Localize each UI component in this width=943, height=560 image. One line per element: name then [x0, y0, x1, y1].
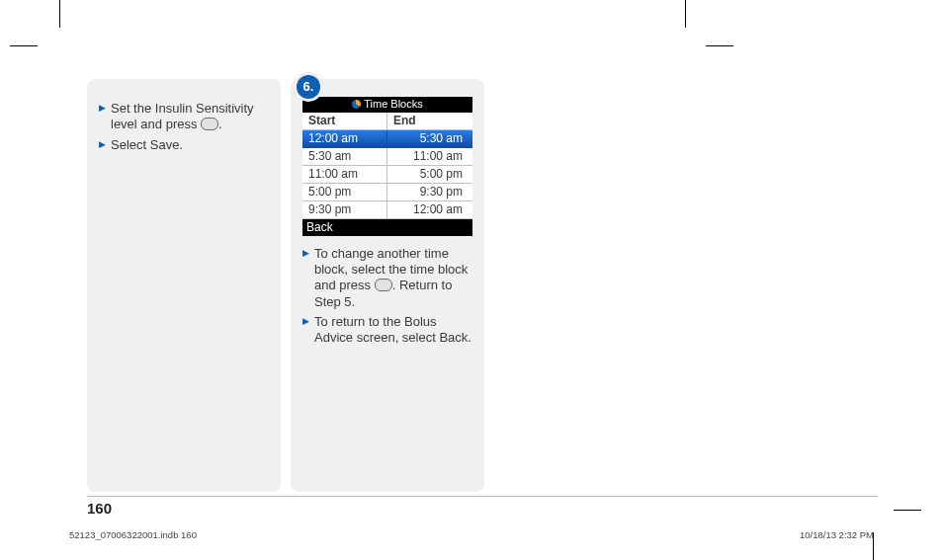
- header-start: Start: [302, 113, 387, 129]
- pie-icon: [352, 100, 361, 109]
- device-cell-start: 11:00 am: [302, 166, 387, 183]
- crop-mark: [706, 45, 733, 46]
- device-cell-end: 11:00 am: [387, 148, 472, 165]
- device-cell-start: 5:30 am: [302, 148, 387, 165]
- device-cell-start: 12:00 am: [302, 130, 387, 147]
- device-cell-end: 5:00 pm: [387, 166, 472, 183]
- button-icon: [201, 118, 218, 130]
- device-row: 12:00 am5:30 am: [302, 130, 472, 148]
- device-cell-end: 5:30 am: [387, 130, 472, 147]
- device-screen: Time Blocks Start End 12:00 am5:30 am5:3…: [302, 97, 472, 236]
- meta-left: 52123_07006322001.indb 160: [69, 529, 197, 540]
- left-bullets: Set the Insulin Sensitivity level and pr…: [99, 101, 269, 153]
- device-row: 9:30 pm12:00 am: [302, 201, 472, 219]
- bullet-item: Select Save.: [99, 137, 269, 153]
- bullet-item: Set the Insulin Sensitivity level and pr…: [99, 101, 269, 133]
- device-cell-start: 9:30 pm: [302, 201, 387, 218]
- device-headers: Start End: [302, 113, 472, 130]
- card-left: Set the Insulin Sensitivity level and pr…: [87, 79, 281, 492]
- card-right: 6. Time Blocks Start End 12:00 am5:30 am…: [291, 79, 484, 492]
- step-badge: 6.: [297, 75, 320, 99]
- page-rule: [87, 496, 878, 497]
- button-icon: [375, 279, 392, 291]
- device-row: 5:00 pm9:30 pm: [302, 184, 472, 201]
- bullet-item: To return to the Bolus Advice screen, se…: [302, 314, 472, 347]
- device-row: 5:30 am11:00 am: [302, 148, 472, 166]
- crop-mark: [59, 0, 60, 28]
- meta-right: 10/18/13 2:32 PM: [800, 529, 874, 540]
- device-title: Time Blocks: [364, 98, 423, 112]
- device-cell-end: 9:30 pm: [387, 184, 472, 200]
- right-bullets: To change another time block, select the…: [302, 246, 472, 347]
- cards-container: Set the Insulin Sensitivity level and pr…: [87, 79, 484, 492]
- crop-mark: [685, 0, 686, 28]
- page-number: 160: [87, 500, 112, 517]
- device-row: 11:00 am5:00 pm: [302, 166, 472, 184]
- crop-mark: [10, 45, 38, 46]
- crop-mark: [894, 510, 921, 511]
- device-title-bar: Time Blocks: [302, 97, 472, 113]
- bullet-item: To change another time block, select the…: [302, 246, 472, 310]
- header-end: End: [387, 113, 472, 129]
- device-footer: Back: [302, 219, 472, 236]
- device-cell-start: 5:00 pm: [302, 184, 387, 200]
- device-cell-end: 12:00 am: [387, 201, 472, 218]
